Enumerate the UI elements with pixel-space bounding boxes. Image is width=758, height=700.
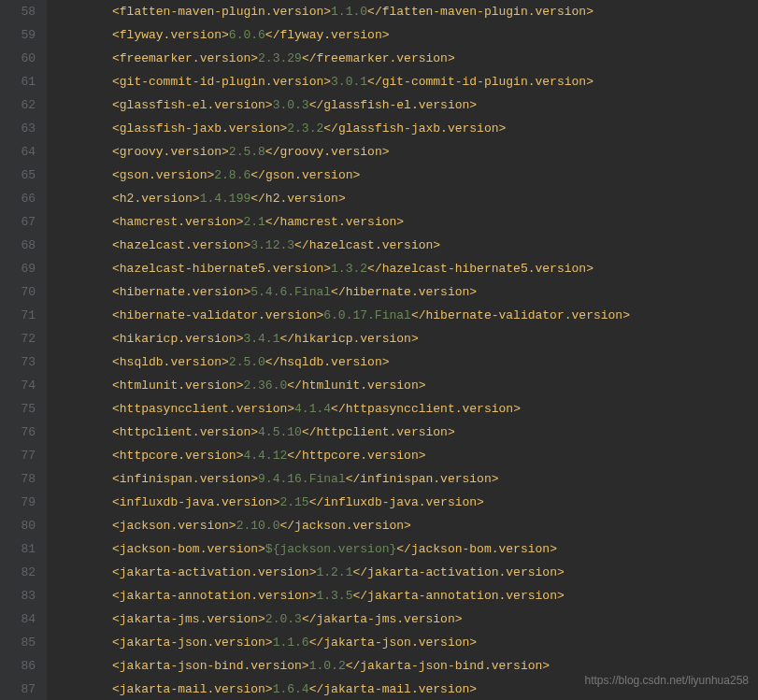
- code-editor: 5859606162636465666768697071727374757677…: [0, 0, 758, 700]
- line-number: 72: [9, 327, 36, 350]
- line-number: 62: [9, 93, 36, 117]
- code-line[interactable]: <glassfish-el.version>3.0.3</glassfish-e…: [112, 93, 630, 117]
- code-line[interactable]: <hazelcast-hibernate5.version>1.3.2</haz…: [112, 257, 630, 280]
- code-line[interactable]: <groovy.version>2.5.8</groovy.version>: [112, 140, 630, 164]
- line-number: 79: [9, 491, 36, 514]
- code-line[interactable]: <hazelcast.version>3.12.3</hazelcast.ver…: [112, 234, 630, 257]
- line-number: 80: [9, 514, 36, 537]
- code-line[interactable]: <hibernate-validator.version>6.0.17.Fina…: [112, 304, 630, 327]
- line-number: 77: [9, 444, 36, 467]
- code-line[interactable]: <jackson-bom.version>${jackson.version}<…: [112, 537, 630, 561]
- line-number: 82: [9, 561, 36, 584]
- line-number: 76: [9, 421, 36, 444]
- line-number: 71: [9, 304, 36, 327]
- line-number: 67: [9, 210, 36, 234]
- code-line[interactable]: <hibernate.version>5.4.6.Final</hibernat…: [112, 280, 630, 304]
- line-number: 87: [9, 678, 36, 700]
- code-line[interactable]: <hamcrest.version>2.1</hamcrest.version>: [112, 210, 630, 234]
- code-area[interactable]: <flatten-maven-plugin.version>1.1.0</fla…: [47, 0, 630, 700]
- code-line[interactable]: <httpcore.version>4.4.12</httpcore.versi…: [112, 444, 630, 467]
- code-line[interactable]: <flyway.version>6.0.6</flyway.version>: [112, 23, 630, 47]
- line-number: 65: [9, 164, 36, 187]
- code-line[interactable]: <git-commit-id-plugin.version>3.0.1</git…: [112, 70, 630, 93]
- line-number-gutter: 5859606162636465666768697071727374757677…: [0, 0, 47, 700]
- code-line[interactable]: <htmlunit.version>2.36.0</htmlunit.versi…: [112, 374, 630, 397]
- line-number: 85: [9, 631, 36, 654]
- line-number: 75: [9, 397, 36, 421]
- line-number: 58: [9, 0, 36, 23]
- code-line[interactable]: <flatten-maven-plugin.version>1.1.0</fla…: [112, 0, 630, 23]
- line-number: 74: [9, 374, 36, 397]
- line-number: 84: [9, 607, 36, 631]
- code-line[interactable]: <influxdb-java.version>2.15</influxdb-ja…: [112, 491, 630, 514]
- line-number: 81: [9, 537, 36, 561]
- line-number: 86: [9, 654, 36, 678]
- line-number: 60: [9, 47, 36, 70]
- code-line[interactable]: <glassfish-jaxb.version>2.3.2</glassfish…: [112, 117, 630, 140]
- code-line[interactable]: <jakarta-json-bind.version>1.0.2</jakart…: [112, 654, 630, 678]
- code-line[interactable]: <hsqldb.version>2.5.0</hsqldb.version>: [112, 350, 630, 374]
- line-number: 68: [9, 234, 36, 257]
- code-line[interactable]: <jakarta-jms.version>2.0.3</jakarta-jms.…: [112, 607, 630, 631]
- line-number: 59: [9, 23, 36, 47]
- code-line[interactable]: <h2.version>1.4.199</h2.version>: [112, 187, 630, 210]
- line-number: 61: [9, 70, 36, 93]
- code-line[interactable]: <jakarta-annotation.version>1.3.5</jakar…: [112, 584, 630, 607]
- line-number: 78: [9, 467, 36, 491]
- code-line[interactable]: <jakarta-json.version>1.1.6</jakarta-jso…: [112, 631, 630, 654]
- code-line[interactable]: <jakarta-activation.version>1.2.1</jakar…: [112, 561, 630, 584]
- line-number: 64: [9, 140, 36, 164]
- code-line[interactable]: <jackson.version>2.10.0</jackson.version…: [112, 514, 630, 537]
- line-number: 73: [9, 350, 36, 374]
- code-line[interactable]: <hikaricp.version>3.4.1</hikaricp.versio…: [112, 327, 630, 350]
- code-line[interactable]: <gson.version>2.8.6</gson.version>: [112, 164, 630, 187]
- line-number: 83: [9, 584, 36, 607]
- line-number: 70: [9, 280, 36, 304]
- line-number: 63: [9, 117, 36, 140]
- code-line[interactable]: <httpasyncclient.version>4.1.4</httpasyn…: [112, 397, 630, 421]
- code-line[interactable]: <infinispan.version>9.4.16.Final</infini…: [112, 467, 630, 491]
- line-number: 66: [9, 187, 36, 210]
- line-number: 69: [9, 257, 36, 280]
- code-line[interactable]: <jakarta-mail.version>1.6.4</jakarta-mai…: [112, 678, 630, 700]
- code-line[interactable]: <httpclient.version>4.5.10</httpclient.v…: [112, 421, 630, 444]
- code-line[interactable]: <freemarker.version>2.3.29</freemarker.v…: [112, 47, 630, 70]
